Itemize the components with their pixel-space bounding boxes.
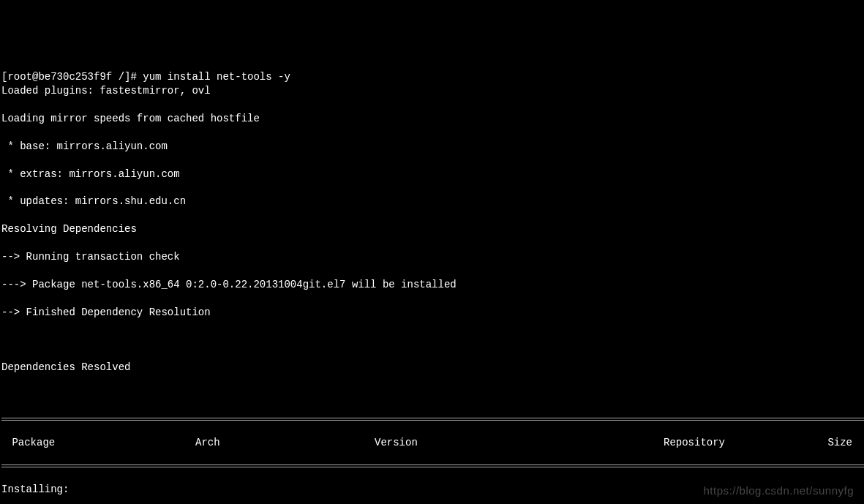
col-arch: Arch bbox=[195, 436, 375, 450]
col-repo: Repository bbox=[664, 436, 814, 450]
output-line: Dependencies Resolved bbox=[1, 361, 864, 375]
col-version: Version bbox=[375, 436, 664, 450]
blank-line bbox=[1, 388, 864, 402]
output-line: * extras: mirrors.aliyun.com bbox=[1, 168, 864, 181]
output-line: Loaded plugins: fastestmirror, ovl bbox=[1, 84, 864, 98]
output-line: --> Finished Dependency Resolution bbox=[1, 306, 864, 320]
output-line: * base: mirrors.aliyun.com bbox=[1, 140, 864, 154]
terminal-output[interactable]: [root@be730c253f9f /]# yum install net-t… bbox=[0, 56, 864, 504]
col-package: Package bbox=[1, 436, 195, 450]
col-size: Size bbox=[814, 436, 864, 450]
output-line: * updates: mirrors.shu.edu.cn bbox=[1, 195, 864, 208]
output-line: --> Running transaction check bbox=[1, 250, 864, 264]
divider bbox=[1, 464, 864, 467]
table-header: Package Arch Version Repository Size bbox=[1, 436, 864, 450]
output-line: Resolving Dependencies bbox=[1, 222, 864, 236]
watermark: https://blog.csdn.net/sunnyfg bbox=[704, 484, 854, 498]
command: yum install net-tools -y bbox=[143, 71, 290, 83]
prompt: [root@be730c253f9f /]# bbox=[1, 71, 143, 83]
output-line: ---> Package net-tools.x86_64 0:2.0-0.22… bbox=[1, 278, 864, 292]
blank-line bbox=[1, 333, 864, 347]
output-line: Loading mirror speeds from cached hostfi… bbox=[1, 112, 864, 126]
divider bbox=[1, 418, 864, 421]
